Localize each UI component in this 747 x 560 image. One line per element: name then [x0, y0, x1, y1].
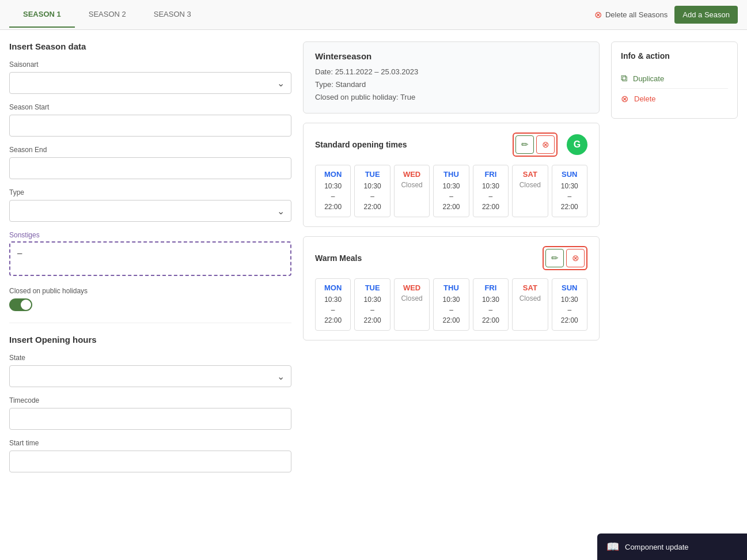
- day-cell-thu: THU10:30–22:00: [433, 278, 469, 331]
- insert-section-title: Insert Season data: [9, 41, 291, 51]
- warm-meals-title: Warm Meals: [315, 253, 362, 263]
- day-name-thu: THU: [436, 283, 466, 292]
- left-panel: Insert Season data Saisonart Winter ⌄ Se…: [9, 41, 291, 548]
- info-action-title: Info & action: [621, 51, 728, 60]
- main-layout: Insert Season data Saisonart Winter ⌄ Se…: [0, 30, 747, 560]
- toggle-wrap: [9, 298, 291, 311]
- type-input[interactable]: Standard: [9, 200, 291, 222]
- season-end-input[interactable]: 25.03.2023: [9, 157, 291, 179]
- warm-meals-actions-box: ✏ ⊗: [543, 246, 587, 270]
- standard-opening-header: Standard opening times ✏ ⊗ G: [315, 133, 587, 157]
- warm-meals-day-grid: MON10:30–22:00TUE10:30–22:00WEDClosedTHU…: [315, 278, 587, 331]
- standard-opening-card: Standard opening times ✏ ⊗ G MON10:30–22…: [303, 123, 600, 227]
- state-select-wrap: Open ⌄: [9, 365, 291, 387]
- divider: [9, 323, 291, 323]
- delete-label: Delete: [634, 94, 656, 103]
- delete-all-button[interactable]: ⊗ Delete all Seasons: [594, 9, 668, 20]
- day-cell-sat: SATClosed: [512, 165, 548, 217]
- tab-bar: SEASON 1 SEASON 2 SEASON 3 ⊗ Delete all …: [0, 0, 747, 30]
- warm-meals-card: Warm Meals ✏ ⊗ MON10:30–22:00TUE10:30–22…: [303, 236, 600, 340]
- middle-panel: Winterseason Date: 25.11.2022 – 25.03.20…: [303, 41, 600, 548]
- day-time-mon: 10:30–22:00: [318, 294, 348, 326]
- day-time-tue: 10:30–22:00: [357, 181, 387, 212]
- day-time-thu: 10:30–22:00: [436, 181, 466, 212]
- avatar: G: [567, 134, 587, 155]
- tab-season1[interactable]: SEASON 1: [9, 2, 75, 28]
- season-type: Type: Standard: [315, 78, 587, 91]
- day-name-wed: WED: [397, 283, 427, 292]
- day-name-fri: FRI: [476, 283, 506, 292]
- day-time-sun: 10:30–22:00: [555, 294, 585, 326]
- closed-holidays-toggle[interactable]: [9, 298, 32, 311]
- type-group: Type Standard ⌄: [9, 188, 291, 222]
- day-name-tue: TUE: [357, 283, 387, 292]
- delete-action[interactable]: ⊗ Delete: [621, 89, 728, 109]
- state-input[interactable]: Open: [9, 365, 291, 387]
- timecode-input[interactable]: Standard opening time: [9, 408, 291, 430]
- day-cell-sun: SUN10:30–22:00: [552, 165, 587, 217]
- day-time-fri: 10:30–22:00: [476, 294, 506, 326]
- day-cell-mon: MON10:30–22:00: [315, 165, 351, 217]
- day-time-fri: 10:30–22:00: [476, 181, 506, 212]
- season-end-label: Season End: [9, 146, 291, 154]
- day-cell-mon: MON10:30–22:00: [315, 278, 351, 331]
- day-cell-thu: THU10:30–22:00: [433, 165, 469, 217]
- day-name-wed: WED: [397, 170, 427, 179]
- closed-holidays-label: Closed on public holidays: [9, 287, 291, 295]
- duplicate-action[interactable]: ⧉ Duplicate: [621, 69, 728, 88]
- tab-list: SEASON 1 SEASON 2 SEASON 3: [9, 2, 594, 28]
- info-action-card: Info & action ⧉ Duplicate ⊗ Delete: [611, 41, 738, 119]
- saisonart-group: Saisonart Winter ⌄: [9, 60, 291, 94]
- day-cell-fri: FRI10:30–22:00: [473, 278, 509, 331]
- component-bar-icon: 📖: [606, 540, 619, 553]
- standard-day-grid: MON10:30–22:00TUE10:30–22:00WEDClosedTHU…: [315, 165, 587, 217]
- day-time-mon: 10:30–22:00: [318, 181, 348, 212]
- delete-all-label: Delete all Seasons: [605, 10, 668, 19]
- day-name-fri: FRI: [476, 170, 506, 179]
- season-start-input[interactable]: 25.11.2022: [9, 115, 291, 137]
- day-name-sun: SUN: [555, 170, 585, 179]
- start-time-label: Start time: [9, 439, 291, 447]
- season-name: Winterseason: [315, 51, 587, 61]
- day-name-mon: MON: [318, 170, 348, 179]
- toolbar-right: ⊗ Delete all Seasons Add a Season: [594, 6, 738, 24]
- day-closed-sat: Closed: [515, 181, 545, 189]
- standard-opening-delete-button[interactable]: ⊗: [536, 135, 555, 154]
- day-name-thu: THU: [436, 170, 466, 179]
- day-cell-tue: TUE10:30–22:00: [354, 278, 390, 331]
- timecode-group: Timecode Standard opening time: [9, 396, 291, 430]
- day-name-tue: TUE: [357, 170, 387, 179]
- warm-meals-delete-button[interactable]: ⊗: [566, 249, 585, 267]
- sonstiges-textarea[interactable]: –: [9, 241, 291, 276]
- duplicate-icon: ⧉: [621, 73, 627, 84]
- day-name-sat: SAT: [515, 283, 545, 292]
- warm-meals-edit-button[interactable]: ✏: [545, 249, 564, 267]
- sonstiges-label: Sonstiges: [9, 231, 291, 239]
- day-cell-tue: TUE10:30–22:00: [354, 165, 390, 217]
- duplicate-label: Duplicate: [633, 74, 664, 83]
- day-closed-sat: Closed: [515, 294, 545, 302]
- delete-icon: ⊗: [621, 93, 628, 104]
- season-holiday: Closed on public holiday: True: [315, 91, 587, 104]
- add-season-button[interactable]: Add a Season: [674, 6, 738, 24]
- day-cell-fri: FRI10:30–22:00: [473, 165, 509, 217]
- state-label: State: [9, 354, 291, 362]
- start-time-input[interactable]: 10.30: [9, 451, 291, 472]
- day-time-thu: 10:30–22:00: [436, 294, 466, 326]
- season-start-label: Season Start: [9, 103, 291, 111]
- standard-opening-actions-box: ✏ ⊗: [513, 133, 558, 157]
- standard-opening-edit-button[interactable]: ✏: [515, 135, 534, 154]
- tab-season3[interactable]: SEASON 3: [140, 2, 205, 28]
- day-closed-wed: Closed: [397, 294, 427, 302]
- timecode-label: Timecode: [9, 396, 291, 404]
- day-time-tue: 10:30–22:00: [357, 294, 387, 326]
- warm-meals-header: Warm Meals ✏ ⊗: [315, 246, 587, 270]
- saisonart-input[interactable]: Winter: [9, 72, 291, 94]
- toggle-knob: [21, 300, 31, 310]
- type-select-wrap: Standard ⌄: [9, 200, 291, 222]
- right-panel: Info & action ⧉ Duplicate ⊗ Delete: [611, 41, 738, 548]
- tab-season2[interactable]: SEASON 2: [75, 2, 140, 28]
- day-cell-wed: WEDClosed: [394, 165, 430, 217]
- component-bar-label: Component update: [625, 543, 689, 551]
- standard-opening-title: Standard opening times: [315, 140, 407, 149]
